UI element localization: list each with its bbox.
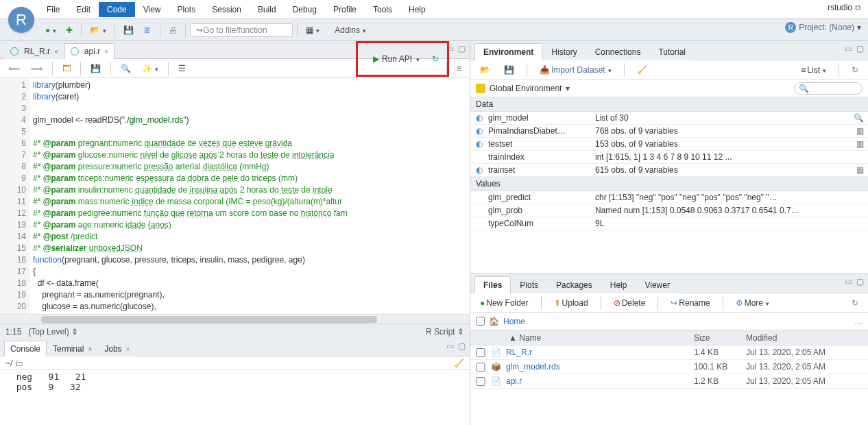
files-col-size[interactable]: Size: [694, 333, 742, 343]
env-row[interactable]: trainIndexint [1:615, 1] 1 3 4 6 7 8 9 1…: [470, 151, 868, 164]
goto-file-input[interactable]: ↪ Go to file/function: [190, 23, 293, 37]
more-button[interactable]: ⚙ More: [732, 297, 773, 309]
save-button[interactable]: 💾: [119, 24, 138, 36]
new-folder-button[interactable]: ● New Folder: [476, 297, 533, 309]
reload-button[interactable]: ↻: [428, 53, 443, 65]
new-project-button[interactable]: ✚: [62, 24, 77, 36]
console-wd-popup-icon[interactable]: 🗁: [15, 359, 23, 368]
env-row[interactable]: ◐glm_modelList of 30🔍: [470, 112, 868, 125]
editor-h-scrollbar[interactable]: [0, 314, 470, 324]
forward-button[interactable]: ⟹: [27, 62, 47, 75]
env-tab-connections[interactable]: Connections: [586, 43, 650, 60]
env-scope-selector[interactable]: Global Environment: [490, 84, 562, 93]
maximize-env-icon[interactable]: ▢: [856, 44, 864, 53]
refresh-files-button[interactable]: ↻: [847, 297, 863, 309]
project-caret-icon[interactable]: ▾: [857, 23, 861, 32]
addins-menu[interactable]: Addins: [330, 24, 370, 36]
file-checkbox[interactable]: [476, 363, 485, 372]
source-tab[interactable]: api.r ×: [64, 43, 114, 59]
file-row[interactable]: 📦glm_model.rds100.1 KBJul 13, 2020, 2:05…: [470, 360, 868, 374]
nav-to-dir-button[interactable]: …: [854, 317, 863, 326]
menu-view[interactable]: View: [135, 2, 169, 17]
maximize-console-icon[interactable]: ▢: [458, 341, 466, 351]
menu-debug[interactable]: Debug: [285, 2, 325, 17]
find-button[interactable]: 🔍: [117, 62, 135, 75]
import-dataset-button[interactable]: 📥 Import Dataset: [535, 64, 616, 76]
env-search-input[interactable]: 🔍: [794, 82, 863, 95]
menu-profile[interactable]: Profile: [325, 2, 365, 17]
console-tab-console[interactable]: Console: [4, 341, 47, 356]
menu-tools[interactable]: Tools: [365, 2, 400, 17]
files-tab-help[interactable]: Help: [601, 276, 636, 293]
grid-button[interactable]: ▦: [302, 24, 324, 36]
close-tab-icon[interactable]: ×: [54, 48, 58, 56]
save-workspace-button[interactable]: 💾: [500, 64, 518, 76]
menu-code[interactable]: Code: [99, 2, 135, 17]
env-row[interactable]: ◐PimaIndiansDiabet…768 obs. of 9 variabl…: [470, 125, 868, 138]
select-all-checkbox[interactable]: [476, 317, 485, 326]
files-tab-plots[interactable]: Plots: [511, 276, 547, 293]
minimize-env-icon[interactable]: ▭: [845, 44, 852, 53]
maximize-pane-icon[interactable]: ▢: [458, 44, 466, 53]
env-tab-tutorial[interactable]: Tutorial: [649, 43, 695, 60]
save-source-button[interactable]: 💾: [86, 62, 105, 75]
env-row[interactable]: typeColNum9L: [470, 217, 868, 230]
project-label[interactable]: Project: (None): [799, 23, 854, 32]
file-row[interactable]: 📄RL_R.r1.4 KBJul 13, 2020, 2:05 AM: [470, 345, 868, 360]
file-name[interactable]: glm_model.rds: [506, 362, 690, 372]
file-mode[interactable]: R Script: [426, 327, 455, 337]
env-tab-environment[interactable]: Environment: [474, 43, 542, 60]
files-col-name[interactable]: Name: [519, 333, 541, 343]
file-row[interactable]: 📄api.r1.2 KBJul 13, 2020, 2:05 AM: [470, 374, 868, 389]
upload-button[interactable]: ⬆ Upload: [550, 297, 592, 309]
outline-toggle-button[interactable]: ≡: [453, 62, 466, 75]
load-workspace-button[interactable]: 📂: [476, 64, 494, 76]
menu-file[interactable]: File: [38, 2, 68, 17]
env-row[interactable]: ◐testset153 obs. of 9 variables▦: [470, 138, 868, 151]
file-checkbox[interactable]: [476, 377, 485, 386]
clear-console-icon[interactable]: 🧹: [454, 359, 464, 368]
popout-icon[interactable]: ⧉: [855, 3, 861, 12]
files-col-modified[interactable]: Modified: [746, 333, 863, 343]
home-icon[interactable]: 🏠: [489, 317, 499, 326]
breadcrumb-home[interactable]: Home: [503, 317, 525, 326]
menu-plots[interactable]: Plots: [169, 2, 204, 17]
minimize-console-icon[interactable]: ▭: [446, 341, 454, 351]
console-tab-jobs[interactable]: Jobs ×: [98, 341, 136, 356]
close-tab-icon[interactable]: ×: [104, 48, 108, 56]
show-in-new-window-button[interactable]: 🗔: [58, 62, 75, 75]
maximize-files-icon[interactable]: ▢: [856, 277, 864, 287]
refresh-env-button[interactable]: ↻: [847, 64, 863, 76]
env-row[interactable]: glm_predictchr [1:153] "neg" "pos" "neg"…: [470, 191, 868, 204]
outline-button[interactable]: ☰: [174, 62, 190, 75]
files-tab-viewer[interactable]: Viewer: [636, 276, 678, 293]
menu-help[interactable]: Help: [400, 2, 434, 17]
file-checkbox[interactable]: [476, 348, 485, 357]
files-tab-files[interactable]: Files: [474, 276, 511, 293]
save-all-button[interactable]: 🗎: [139, 24, 156, 36]
open-file-button[interactable]: 📂: [86, 24, 110, 36]
file-name[interactable]: api.r: [506, 376, 690, 386]
minimize-files-icon[interactable]: ▭: [845, 277, 852, 287]
scope-selector[interactable]: (Top Level): [28, 327, 69, 337]
menu-edit[interactable]: Edit: [68, 2, 99, 17]
console-tab-terminal[interactable]: Terminal ×: [47, 341, 98, 356]
code-editor[interactable]: 1234567891011121314151617181920212223242…: [0, 78, 470, 314]
env-row[interactable]: glm_probNamed num [1:153] 0.0548 0.9063 …: [470, 204, 868, 217]
env-tab-history[interactable]: History: [542, 43, 586, 60]
list-view-button[interactable]: ≡ List: [797, 64, 830, 76]
rename-button[interactable]: ↪ Rename: [666, 297, 714, 309]
file-name[interactable]: RL_R.r: [506, 348, 690, 357]
menu-session[interactable]: Session: [204, 2, 250, 17]
back-button[interactable]: ⟸: [4, 62, 24, 75]
wand-button[interactable]: ✨: [138, 62, 162, 75]
new-file-button[interactable]: ●: [41, 24, 60, 36]
files-tab-packages[interactable]: Packages: [547, 276, 601, 293]
run-api-button[interactable]: ▶Run API: [369, 53, 424, 65]
env-row[interactable]: ◐trainset615 obs. of 9 variables▦: [470, 164, 868, 177]
menu-build[interactable]: Build: [250, 2, 285, 17]
clear-env-button[interactable]: 🧹: [633, 64, 651, 76]
print-button[interactable]: 🖨: [165, 24, 181, 36]
delete-button[interactable]: ⊘ Delete: [610, 297, 650, 309]
source-tab[interactable]: RL_R.r ×: [4, 43, 64, 59]
